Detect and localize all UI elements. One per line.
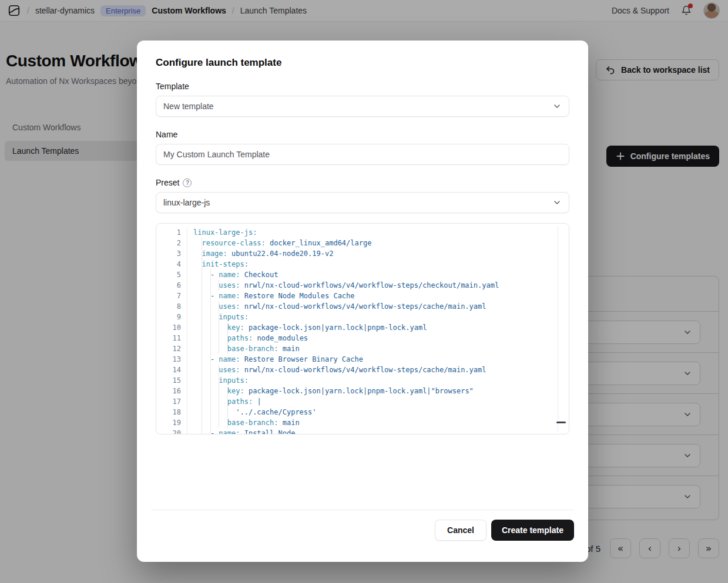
code-line: 18'../.cache/Cypress' (156, 407, 569, 417)
editor-resize-handle[interactable] (556, 422, 566, 423)
code-line: 9inputs: (156, 312, 569, 322)
line-number: 7 (156, 291, 181, 301)
code-lines: 1linux-large-js:2resource-class: docker_… (156, 224, 569, 434)
code-line: 4init-steps: (156, 259, 569, 269)
code-line: 17paths: | (156, 396, 569, 407)
line-number: 1 (156, 227, 181, 238)
code-line: 15inputs: (156, 375, 569, 386)
line-number: 8 (156, 301, 181, 312)
screen: / stellar-dynamics Enterprise Custom Wor… (0, 0, 728, 583)
editor-scrollbar-track (558, 226, 558, 432)
code-line: 11paths: node_modules (156, 333, 569, 343)
line-number: 12 (156, 343, 181, 354)
line-number: 17 (156, 396, 181, 407)
preset-select-value: linux-large-js (163, 198, 210, 207)
line-number: 15 (156, 375, 181, 386)
line-number: 14 (156, 365, 181, 375)
code-line: 5- name: Checkout (156, 269, 569, 280)
code-line: 14uses: nrwl/nx-cloud-workflows/v4/workf… (156, 365, 569, 375)
code-line: 8uses: nrwl/nx-cloud-workflows/v4/workfl… (156, 301, 569, 312)
chevron-down-icon (552, 102, 562, 111)
code-line: 19base-branch: main (156, 417, 569, 428)
help-icon[interactable]: ? (183, 178, 192, 187)
code-line: 10key: package-lock.json|yarn.lock|pnpm-… (156, 322, 569, 333)
chevron-down-icon (552, 198, 562, 207)
line-number: 10 (156, 322, 181, 333)
code-line: 2resource-class: docker_linux_amd64/larg… (156, 238, 569, 248)
code-line: 7- name: Restore Node Modules Cache (156, 291, 569, 301)
template-label: Template (156, 82, 569, 91)
code-line: 6uses: nrwl/nx-cloud-workflows/v4/workfl… (156, 280, 569, 291)
name-input[interactable] (156, 144, 569, 165)
modal-title: Configure launch template (156, 57, 569, 69)
preset-label-text: Preset (156, 178, 179, 187)
line-number: 3 (156, 248, 181, 259)
code-line: 1linux-large-js: (156, 227, 569, 238)
line-number: 13 (156, 354, 181, 365)
code-line: 12base-branch: main (156, 343, 569, 354)
name-label: Name (156, 130, 569, 139)
modal-footer: Cancel Create template (151, 510, 574, 541)
cancel-button[interactable]: Cancel (435, 520, 487, 541)
line-number: 16 (156, 386, 181, 396)
template-select-value: New template (163, 102, 214, 111)
code-line: 20- name: Install Node (156, 428, 569, 434)
create-template-button[interactable]: Create template (491, 520, 574, 541)
preset-label: Preset ? (156, 178, 569, 187)
preset-select[interactable]: linux-large-js (156, 192, 569, 213)
template-select[interactable]: New template (156, 96, 569, 117)
code-line: 13- name: Restore Browser Binary Cache (156, 354, 569, 365)
yaml-editor[interactable]: 1linux-large-js:2resource-class: docker_… (156, 223, 569, 434)
line-number: 6 (156, 280, 181, 291)
line-number: 11 (156, 333, 181, 343)
configure-launch-template-modal: Configure launch template Template New t… (137, 41, 588, 562)
line-number: 2 (156, 238, 181, 248)
code-line: 3image: ubuntu22.04-node20.19-v2 (156, 248, 569, 259)
line-number: 5 (156, 269, 181, 280)
line-number: 20 (156, 428, 181, 434)
line-number: 19 (156, 417, 181, 428)
line-number: 18 (156, 407, 181, 417)
line-number: 4 (156, 259, 181, 269)
line-number: 9 (156, 312, 181, 322)
code-line: 16key: package-lock.json|yarn.lock|pnpm-… (156, 386, 569, 396)
